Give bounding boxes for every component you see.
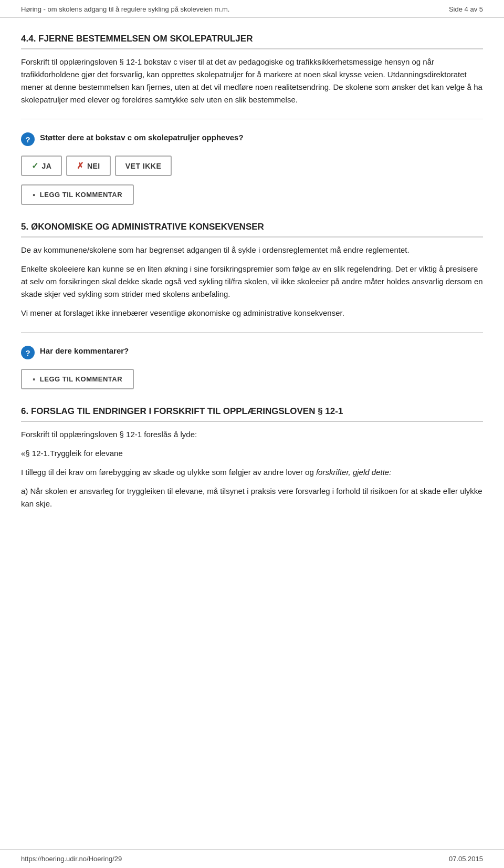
section-5-paragraph-2: Vi mener at forslaget ikke innebærer ves…	[21, 307, 483, 319]
vote-ja-button[interactable]: ✓ JA	[21, 156, 62, 176]
section-5-heading: ØKONOMISKE OG ADMINISTRATIVE KONSEKVENSE…	[31, 222, 264, 232]
main-content: 4.4. FJERNE BESTEMMELSEN OM SKOLEPATRULJ…	[0, 18, 504, 569]
section-6-title: 6. FORSLAG TIL ENDRINGER I FORSKRIFT TIL…	[21, 406, 483, 422]
section-5-paragraph-0: De av kommunene/skolene som har begrense…	[21, 244, 483, 256]
comment-button-label-4-4: LEGG TIL KOMMENTAR	[40, 191, 122, 199]
section-6: 6. FORSLAG TIL ENDRINGER I FORSKRIFT TIL…	[21, 406, 483, 510]
vote-nei-button[interactable]: ✗ NEI	[66, 156, 110, 176]
question-4-4-text: Støtter dere at bokstav c om skolepatrul…	[40, 132, 244, 144]
section-5-title: 5. ØKONOMISKE OG ADMINISTRATIVE KONSEKVE…	[21, 222, 483, 237]
header-page-info: Side 4 av 5	[449, 5, 483, 13]
section-5-number: 5.	[21, 222, 31, 232]
footer-date: 07.05.2015	[449, 855, 483, 863]
section-6-paragraph-3: a) Når skolen er ansvarleg for tryggleik…	[21, 485, 483, 510]
italic-forskrifter: forskrifter, gjeld dette:	[316, 468, 391, 477]
section-4-4-title: 4.4. FJERNE BESTEMMELSEN OM SKOLEPATRULJ…	[21, 34, 483, 49]
section-4-4-heading: FJERNE BESTEMMELSEN OM SKOLEPATRULJER	[38, 34, 253, 44]
page-footer: https://hoering.udir.no/Hoering/29 07.05…	[0, 849, 504, 868]
section-4-4-number: 4.4.	[21, 34, 38, 44]
footer-url: https://hoering.udir.no/Hoering/29	[21, 855, 122, 863]
checkmark-icon: ✓	[32, 161, 39, 171]
comment-icon-4-4: ▪	[33, 190, 36, 199]
section-6-heading: FORSLAG TIL ENDRINGER I FORSKRIFT TIL OP…	[31, 406, 343, 416]
vote-ja-label: JA	[42, 162, 52, 170]
page-header: Høring - om skolens adgang til å reguler…	[0, 0, 504, 18]
section-4-4-paragraph-0: Forskrift til opplæringsloven § 12-1 bok…	[21, 56, 483, 106]
section-4-4-divider	[21, 119, 483, 119]
question-icon-4-4: ?	[21, 132, 35, 146]
question-icon-5: ?	[21, 346, 35, 359]
vote-vet-ikke-label: VET IKKE	[125, 162, 162, 170]
question-4-4-row: ? Støtter dere at bokstav c om skolepatr…	[21, 132, 483, 146]
section-4-4: 4.4. FJERNE BESTEMMELSEN OM SKOLEPATRULJ…	[21, 34, 483, 205]
comment-icon-5: ▪	[33, 375, 36, 384]
section-6-paragraph-2: I tillegg til dei krav om førebygging av…	[21, 466, 483, 479]
section-6-number: 6.	[21, 406, 31, 416]
question-5-text: Har dere kommentarer?	[40, 345, 129, 357]
comment-button-5[interactable]: ▪ LEGG TIL KOMMENTAR	[21, 369, 134, 389]
vote-nei-label: NEI	[87, 162, 100, 170]
vote-vet-ikke-button[interactable]: VET IKKE	[115, 156, 172, 176]
section-5-divider	[21, 332, 483, 333]
question-5-row: ? Har dere kommentarer?	[21, 345, 483, 359]
comment-button-4-4[interactable]: ▪ LEGG TIL KOMMENTAR	[21, 184, 134, 205]
section-5-paragraph-1: Enkelte skoleeiere kan kunne se en liten…	[21, 263, 483, 301]
cross-icon: ✗	[77, 161, 84, 171]
section-6-paragraph-1: «§ 12-1.Tryggleik for elevane	[21, 447, 483, 460]
section-6-paragraph-0: Forskrift til opplæringsloven § 12-1 for…	[21, 428, 483, 441]
vote-buttons-4-4: ✓ JA ✗ NEI VET IKKE	[21, 156, 483, 176]
header-title: Høring - om skolens adgang til å reguler…	[21, 5, 229, 13]
comment-button-label-5: LEGG TIL KOMMENTAR	[40, 375, 122, 383]
section-5: 5. ØKONOMISKE OG ADMINISTRATIVE KONSEKVE…	[21, 222, 483, 389]
